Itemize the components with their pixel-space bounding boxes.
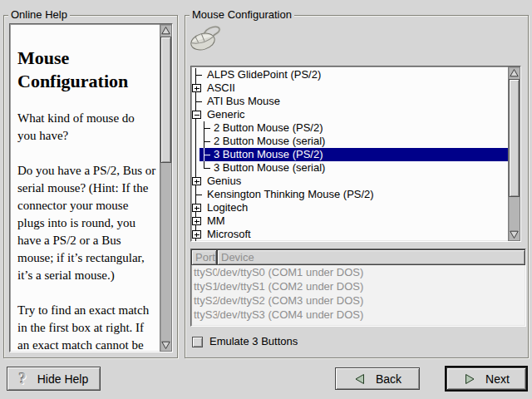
tree-item[interactable]: Generic [191, 108, 508, 121]
tree-branch-icon [191, 95, 207, 108]
tree-branch-icon [191, 68, 207, 81]
hide-help-button[interactable]: ? Hide Help [7, 367, 101, 391]
back-arrow-icon [353, 372, 367, 386]
tree-expander-icon[interactable] [191, 108, 207, 121]
scroll-down-icon[interactable] [160, 340, 171, 351]
tree-trunk-line [191, 135, 200, 148]
checkbox-label[interactable]: Emulate 3 Buttons [203, 335, 298, 348]
tree-item-label: MM [207, 214, 225, 228]
mouse-configuration-frame-label: Mouse Configuration [190, 8, 294, 22]
tree-item-label: Microsoft [207, 228, 251, 241]
tree-branch-icon [200, 135, 210, 148]
next-button[interactable]: Next [446, 367, 526, 390]
tree-expander-icon[interactable] [191, 214, 207, 228]
help-paragraph: Try to find an exact match in the first … [17, 302, 156, 352]
tree-item-label: 2 Button Mouse (PS/2) [210, 121, 323, 135]
tree-branch-icon [191, 188, 207, 201]
table-body: ttyS0/dev/ttyS0 (COM1 under DOS)ttyS1/de… [191, 265, 525, 322]
help-scrollbar-thumb[interactable] [160, 37, 171, 163]
tree-expander-icon[interactable] [191, 228, 207, 241]
tree-trunk-line [191, 148, 200, 161]
tree-trunk-line [191, 121, 200, 135]
tree-item[interactable]: 3 Button Mouse (PS/2) [191, 148, 508, 161]
tree-expander-icon[interactable] [191, 201, 207, 214]
tree-item-label: ASCII [207, 81, 235, 95]
tree-item-label: 3 Button Mouse (serial) [210, 161, 325, 175]
back-button[interactable]: Back [335, 367, 420, 390]
question-mark-icon: ? [19, 372, 27, 387]
mouse-configuration-panel: Mouse Configuration ALPS GlidePoint (PS/… [185, 15, 529, 358]
mouse-icon [190, 22, 224, 52]
serial-port-table: Port Device ttyS0/dev/ttyS0 (COM1 under … [190, 249, 526, 327]
tree-trunk-line [191, 161, 200, 175]
tree-item-label: 2 Button Mouse (serial) [210, 135, 325, 148]
online-help-panel: Online Help Mouse Configuration What kin… [3, 15, 178, 358]
help-content: Mouse Configuration What kind of mouse d… [10, 24, 160, 352]
tree-branch-icon [200, 121, 210, 135]
table-header: Port Device [191, 249, 525, 265]
device-column-header: Device [217, 249, 525, 265]
port-cell: ttyS1 [191, 280, 217, 293]
tree-item[interactable]: 2 Button Mouse (PS/2) [191, 121, 508, 135]
help-text-viewport: Mouse Configuration What kind of mouse d… [9, 23, 173, 352]
device-table-row: ttyS2/dev/ttyS2 (COM3 under DOS) [191, 293, 525, 308]
tree-branch-icon [200, 148, 210, 161]
tree-item[interactable]: 2 Button Mouse (serial) [191, 135, 508, 148]
tree-branch-icon [200, 161, 210, 175]
device-table-row: ttyS0/dev/ttyS0 (COM1 under DOS) [191, 265, 525, 279]
tree-item[interactable]: Logitech [191, 201, 508, 214]
device-table-row: ttyS3/dev/ttyS3 (COM4 under DOS) [191, 308, 525, 322]
port-cell: ttyS2 [191, 294, 217, 307]
tree-item[interactable]: ATI Bus Mouse [191, 95, 508, 108]
help-paragraph: Do you have a PS/2, Bus or serial mouse?… [17, 162, 156, 284]
scroll-up-icon[interactable] [509, 67, 520, 78]
device-table-row: ttyS1/dev/ttyS1 (COM2 under DOS) [191, 279, 525, 293]
tree-item-label: ALPS GlidePoint (PS/2) [207, 68, 321, 81]
tree-scrollbar-thumb[interactable] [509, 79, 520, 197]
next-arrow-icon [463, 372, 476, 386]
tree-item-label: Generic [207, 108, 245, 121]
help-scrollbar[interactable] [160, 24, 172, 352]
device-cell: /dev/ttyS3 (COM4 under DOS) [217, 308, 525, 321]
next-label: Next [485, 372, 510, 386]
tree-item-label: Genius [207, 175, 241, 188]
hide-help-label: Hide Help [37, 372, 88, 386]
device-cell: /dev/ttyS2 (COM3 under DOS) [217, 294, 525, 307]
tree-item[interactable]: Genius [191, 175, 508, 188]
tree-item[interactable]: ALPS GlidePoint (PS/2) [191, 68, 508, 81]
mouse-model-tree: ALPS GlidePoint (PS/2)ASCIIATI Bus Mouse… [190, 66, 521, 242]
tree-item-label: Logitech [207, 201, 248, 214]
tree-item[interactable]: MM [191, 214, 508, 228]
tree-item[interactable]: ASCII [191, 81, 508, 95]
tree-item[interactable]: 3 Button Mouse (serial) [191, 161, 508, 175]
tree-item[interactable]: Kensington Thinking Mouse (PS/2) [191, 188, 508, 201]
help-paragraph: What kind of mouse do you have? [17, 110, 156, 145]
help-title: Mouse Configuration [17, 47, 156, 93]
port-column-header: Port [191, 249, 217, 265]
tree-expander-icon[interactable] [191, 81, 207, 95]
device-cell: /dev/ttyS1 (COM2 under DOS) [217, 280, 525, 293]
port-cell: ttyS0 [191, 266, 217, 278]
checkbox-icon[interactable] [192, 337, 203, 347]
port-cell: ttyS3 [191, 308, 217, 321]
emulate-3-buttons-checkbox[interactable]: Emulate 3 Buttons [192, 335, 298, 348]
device-cell: /dev/ttyS0 (COM1 under DOS) [217, 266, 525, 278]
online-help-frame-label: Online Help [8, 8, 70, 22]
next-button-default-ring[interactable]: Next [445, 366, 528, 392]
scroll-down-icon[interactable] [509, 229, 520, 240]
tree-item[interactable]: Microsoft [191, 228, 508, 241]
tree-scrollbar[interactable] [508, 66, 520, 241]
tree-expander-icon[interactable] [191, 175, 207, 188]
back-label: Back [376, 372, 401, 386]
tree-item-label: Kensington Thinking Mouse (PS/2) [207, 188, 374, 201]
scroll-up-icon[interactable] [160, 25, 171, 36]
tree-item-label: 3 Button Mouse (PS/2) [210, 148, 323, 161]
tree-item-label: ATI Bus Mouse [207, 95, 280, 108]
tree-rows: ALPS GlidePoint (PS/2)ASCIIATI Bus Mouse… [191, 66, 508, 241]
